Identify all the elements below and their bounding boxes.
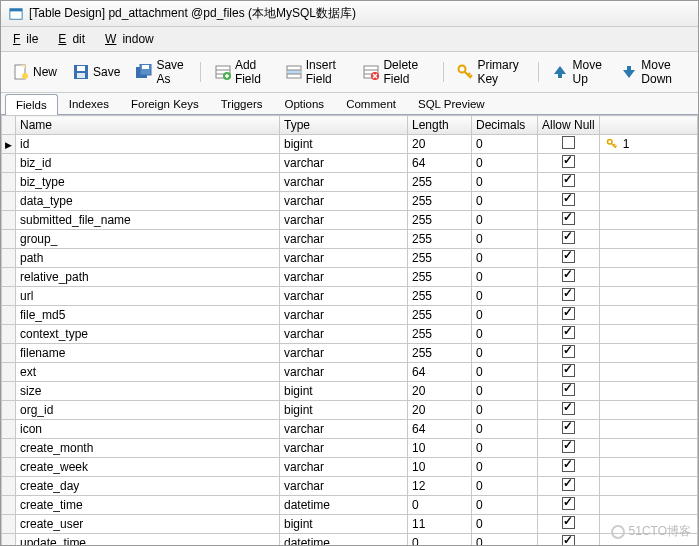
checkbox[interactable] bbox=[562, 269, 575, 282]
table-row[interactable]: create_monthvarchar100 bbox=[2, 439, 698, 458]
row-selector[interactable] bbox=[2, 230, 16, 249]
menu-window[interactable]: Window bbox=[99, 30, 166, 48]
cell-allownull[interactable] bbox=[538, 458, 600, 477]
row-selector[interactable] bbox=[2, 515, 16, 534]
cell-key[interactable] bbox=[599, 268, 697, 287]
table-row[interactable]: context_typevarchar2550 bbox=[2, 325, 698, 344]
cell-length[interactable]: 0 bbox=[408, 534, 472, 547]
cell-key[interactable] bbox=[599, 420, 697, 439]
cell-name[interactable]: create_month bbox=[16, 439, 280, 458]
row-selector[interactable] bbox=[2, 325, 16, 344]
cell-type[interactable]: varchar bbox=[280, 325, 408, 344]
checkbox[interactable] bbox=[562, 307, 575, 320]
tab-options[interactable]: Options bbox=[273, 93, 335, 114]
cell-decimals[interactable]: 0 bbox=[472, 515, 538, 534]
cell-key[interactable] bbox=[599, 230, 697, 249]
row-selector[interactable] bbox=[2, 534, 16, 547]
cell-decimals[interactable]: 0 bbox=[472, 192, 538, 211]
cell-type[interactable]: varchar bbox=[280, 363, 408, 382]
cell-name[interactable]: group_ bbox=[16, 230, 280, 249]
cell-allownull[interactable] bbox=[538, 211, 600, 230]
save-button[interactable]: Save bbox=[67, 62, 126, 82]
cell-decimals[interactable]: 0 bbox=[472, 458, 538, 477]
cell-type[interactable]: varchar bbox=[280, 154, 408, 173]
moveup-button[interactable]: Move Up bbox=[546, 56, 611, 88]
cell-type[interactable]: bigint bbox=[280, 135, 408, 154]
table-row[interactable]: create_weekvarchar100 bbox=[2, 458, 698, 477]
checkbox[interactable] bbox=[562, 497, 575, 510]
cell-decimals[interactable]: 0 bbox=[472, 439, 538, 458]
cell-length[interactable]: 64 bbox=[408, 420, 472, 439]
cell-length[interactable]: 255 bbox=[408, 344, 472, 363]
cell-key[interactable] bbox=[599, 534, 697, 547]
cell-name[interactable]: create_week bbox=[16, 458, 280, 477]
checkbox[interactable] bbox=[562, 402, 575, 415]
row-selector[interactable] bbox=[2, 287, 16, 306]
cell-type[interactable]: varchar bbox=[280, 477, 408, 496]
cell-decimals[interactable]: 0 bbox=[472, 287, 538, 306]
tab-triggers[interactable]: Triggers bbox=[210, 93, 274, 114]
checkbox[interactable] bbox=[562, 383, 575, 396]
cell-allownull[interactable] bbox=[538, 306, 600, 325]
cell-name[interactable]: create_user bbox=[16, 515, 280, 534]
fields-grid[interactable]: Name Type Length Decimals Allow Null idb… bbox=[1, 114, 698, 546]
table-row[interactable]: filenamevarchar2550 bbox=[2, 344, 698, 363]
tab-indexes[interactable]: Indexes bbox=[58, 93, 120, 114]
cell-key[interactable] bbox=[599, 344, 697, 363]
cell-allownull[interactable] bbox=[538, 382, 600, 401]
cell-name[interactable]: org_id bbox=[16, 401, 280, 420]
cell-type[interactable]: varchar bbox=[280, 249, 408, 268]
cell-allownull[interactable] bbox=[538, 477, 600, 496]
tab-sqlpreview[interactable]: SQL Preview bbox=[407, 93, 496, 114]
cell-length[interactable]: 0 bbox=[408, 496, 472, 515]
cell-length[interactable]: 11 bbox=[408, 515, 472, 534]
row-selector[interactable] bbox=[2, 420, 16, 439]
row-selector[interactable] bbox=[2, 306, 16, 325]
table-row[interactable]: biz_idvarchar640 bbox=[2, 154, 698, 173]
cell-key[interactable] bbox=[599, 477, 697, 496]
cell-type[interactable]: varchar bbox=[280, 211, 408, 230]
tab-foreignkeys[interactable]: Foreign Keys bbox=[120, 93, 210, 114]
cell-allownull[interactable] bbox=[538, 173, 600, 192]
cell-type[interactable]: varchar bbox=[280, 173, 408, 192]
table-row[interactable]: org_idbigint200 bbox=[2, 401, 698, 420]
table-row[interactable]: relative_pathvarchar2550 bbox=[2, 268, 698, 287]
cell-length[interactable]: 255 bbox=[408, 268, 472, 287]
cell-type[interactable]: varchar bbox=[280, 192, 408, 211]
table-row[interactable]: update_timedatetime00 bbox=[2, 534, 698, 547]
row-selector[interactable] bbox=[2, 401, 16, 420]
checkbox[interactable] bbox=[562, 212, 575, 225]
cell-allownull[interactable] bbox=[538, 534, 600, 547]
cell-length[interactable]: 255 bbox=[408, 192, 472, 211]
cell-key[interactable] bbox=[599, 192, 697, 211]
table-row[interactable]: idbigint2001 bbox=[2, 135, 698, 154]
cell-type[interactable]: varchar bbox=[280, 420, 408, 439]
table-row[interactable]: submitted_file_namevarchar2550 bbox=[2, 211, 698, 230]
cell-length[interactable]: 64 bbox=[408, 154, 472, 173]
header-name[interactable]: Name bbox=[16, 116, 280, 135]
cell-name[interactable]: submitted_file_name bbox=[16, 211, 280, 230]
cell-type[interactable]: varchar bbox=[280, 230, 408, 249]
cell-decimals[interactable]: 0 bbox=[472, 230, 538, 249]
cell-decimals[interactable]: 0 bbox=[472, 401, 538, 420]
table-row[interactable]: create_timedatetime00 bbox=[2, 496, 698, 515]
cell-decimals[interactable]: 0 bbox=[472, 135, 538, 154]
table-row[interactable]: group_varchar2550 bbox=[2, 230, 698, 249]
table-row[interactable]: extvarchar640 bbox=[2, 363, 698, 382]
cell-type[interactable]: varchar bbox=[280, 458, 408, 477]
cell-key[interactable] bbox=[599, 325, 697, 344]
checkbox[interactable] bbox=[562, 326, 575, 339]
header-length[interactable]: Length bbox=[408, 116, 472, 135]
cell-decimals[interactable]: 0 bbox=[472, 154, 538, 173]
checkbox[interactable] bbox=[562, 136, 575, 149]
cell-key[interactable] bbox=[599, 154, 697, 173]
cell-allownull[interactable] bbox=[538, 287, 600, 306]
cell-key[interactable] bbox=[599, 458, 697, 477]
row-selector[interactable] bbox=[2, 344, 16, 363]
cell-allownull[interactable] bbox=[538, 439, 600, 458]
cell-name[interactable]: filename bbox=[16, 344, 280, 363]
cell-decimals[interactable]: 0 bbox=[472, 496, 538, 515]
cell-length[interactable]: 20 bbox=[408, 135, 472, 154]
cell-name[interactable]: ext bbox=[16, 363, 280, 382]
cell-name[interactable]: biz_type bbox=[16, 173, 280, 192]
